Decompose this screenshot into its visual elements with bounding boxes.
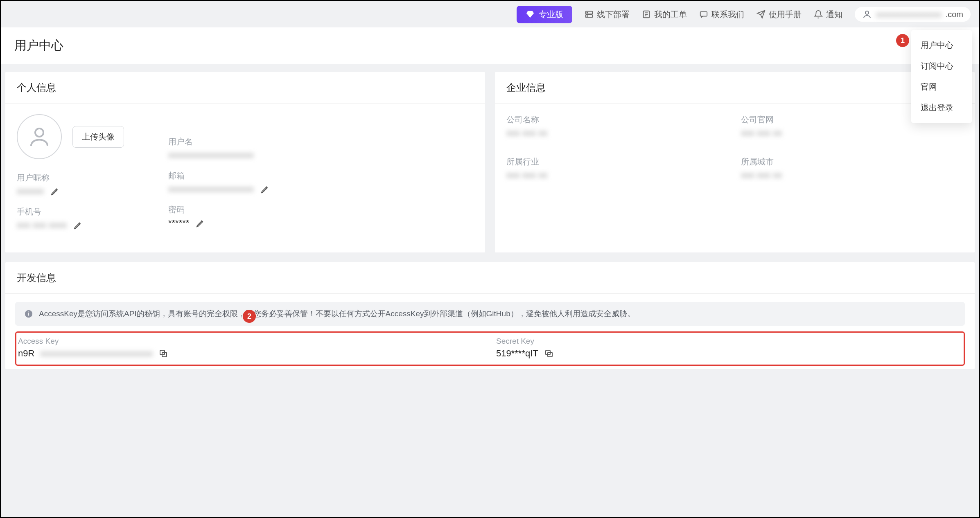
dropdown-subscription[interactable]: 订阅中心 bbox=[911, 56, 972, 77]
nav-manual-label: 使用手册 bbox=[769, 9, 802, 20]
city-value: xxx xxx xx bbox=[741, 170, 782, 180]
nav-contact[interactable]: 联系我们 bbox=[699, 9, 744, 20]
accesskey-warning: AccessKey是您访问系统API的秘钥，具有账号的完全权限，请您务必妥善保管… bbox=[15, 302, 965, 326]
nav-manual[interactable]: 使用手册 bbox=[756, 9, 802, 20]
industry-label: 所属行业 bbox=[506, 156, 729, 167]
personal-card-header: 个人信息 bbox=[5, 72, 485, 104]
nav-offline[interactable]: 线下部署 bbox=[585, 9, 630, 20]
annotation-badge-1: 1 bbox=[896, 34, 909, 47]
server-icon bbox=[585, 10, 594, 19]
page-title: 用户中心 bbox=[14, 38, 63, 52]
upload-avatar-button[interactable]: 上传头像 bbox=[72, 126, 124, 148]
svg-point-10 bbox=[35, 128, 43, 137]
industry-value: xxx xxx xx bbox=[506, 170, 547, 180]
email-value: xxxxxxxxxxxxxxxxxxx bbox=[168, 184, 254, 194]
accesskey-warning-text: AccessKey是您访问系统API的秘钥，具有账号的完全权限，请您务必妥善保管… bbox=[39, 309, 635, 319]
enterprise-header-label: 企业信息 bbox=[506, 81, 546, 94]
svg-rect-8 bbox=[700, 12, 707, 16]
ticket-icon bbox=[642, 10, 651, 19]
annotation-badge-2: 2 bbox=[243, 310, 256, 323]
username-label: 用户名 bbox=[168, 136, 474, 147]
access-key-prefix: n9R bbox=[18, 348, 34, 359]
pro-version-button[interactable]: 专业版 bbox=[517, 6, 572, 23]
edit-nickname-icon[interactable] bbox=[50, 186, 60, 196]
dropdown-user-center[interactable]: 用户中心 bbox=[911, 35, 972, 56]
email-label: 邮箱 bbox=[168, 170, 474, 181]
nav-tickets-label: 我的工单 bbox=[654, 9, 687, 20]
secret-key-block: Secret Key 519****qIT bbox=[496, 337, 962, 359]
phone-value: xxx xxx xxxx bbox=[17, 220, 67, 230]
secret-key-value: 519****qIT bbox=[496, 348, 538, 359]
copy-access-key-icon[interactable] bbox=[158, 349, 168, 358]
dev-info-card: 开发信息 AccessKey是您访问系统API的秘钥，具有账号的完全权限，请您务… bbox=[5, 262, 975, 369]
personal-info-card: 个人信息 上传头像 用户昵称 bbox=[5, 72, 485, 252]
content-area: 个人信息 上传头像 用户昵称 bbox=[1, 64, 979, 373]
username-value: xxxxxxxxxxxxxxxxxxx bbox=[168, 150, 254, 160]
user-icon bbox=[862, 9, 872, 19]
svg-point-2 bbox=[587, 12, 587, 13]
dev-header-label: 开发信息 bbox=[17, 272, 56, 283]
access-key-block: Access Key n9R xxxxxxxxxxxxxxxxxxxxxxxxx bbox=[18, 337, 484, 359]
nav-tickets[interactable]: 我的工单 bbox=[642, 9, 687, 20]
nickname-label: 用户昵称 bbox=[17, 172, 160, 183]
svg-rect-12 bbox=[28, 313, 29, 315]
password-value: ****** bbox=[168, 218, 189, 228]
chat-icon bbox=[699, 10, 708, 19]
svg-point-3 bbox=[587, 16, 587, 16]
page-title-bar: 用户中心 bbox=[1, 27, 979, 64]
paper-plane-icon bbox=[756, 10, 765, 19]
secret-key-label: Secret Key bbox=[496, 337, 962, 346]
info-icon bbox=[24, 309, 33, 318]
company-name-label: 公司名称 bbox=[506, 114, 729, 125]
personal-header-label: 个人信息 bbox=[17, 81, 56, 94]
company-name-value: xxx xxx xx bbox=[506, 128, 547, 138]
avatar-placeholder bbox=[17, 114, 62, 159]
pro-version-label: 专业版 bbox=[539, 9, 563, 20]
nickname-value: xxxxxx bbox=[17, 186, 44, 196]
city-label: 所属城市 bbox=[741, 156, 963, 167]
personal-card-body: 上传头像 用户昵称 xxxxxx bbox=[5, 104, 485, 252]
edit-email-icon[interactable] bbox=[260, 184, 270, 194]
nav-offline-label: 线下部署 bbox=[597, 9, 630, 20]
diamond-icon bbox=[526, 10, 535, 19]
user-email-blurred: xxxxxxxxxxxxxxxx bbox=[876, 10, 942, 19]
svg-rect-13 bbox=[28, 312, 29, 313]
dropdown-logout[interactable]: 退出登录 bbox=[911, 97, 972, 118]
user-menu-pill[interactable]: xxxxxxxxxxxxxxxx .com bbox=[855, 7, 971, 22]
edit-phone-icon[interactable] bbox=[73, 220, 83, 230]
company-site-value: xxx xxx xx bbox=[741, 128, 782, 138]
nav-notifications[interactable]: 通知 bbox=[814, 9, 842, 20]
bell-icon bbox=[814, 10, 823, 19]
nav-contact-label: 联系我们 bbox=[711, 9, 744, 20]
access-key-label: Access Key bbox=[18, 337, 484, 346]
password-label: 密码 bbox=[168, 204, 474, 215]
user-dropdown: 用户中心 订阅中心 官网 退出登录 bbox=[911, 30, 972, 123]
enterprise-card-header: 企业信息 编辑 bbox=[495, 72, 975, 104]
dropdown-official-site[interactable]: 官网 bbox=[911, 77, 972, 97]
enterprise-card-body: 公司名称 xxx xxx xx 公司官网 xxx xxx xx 所属行业 xxx… bbox=[495, 104, 975, 203]
copy-secret-key-icon[interactable] bbox=[544, 349, 554, 358]
dev-header: 开发信息 bbox=[5, 262, 975, 294]
accesskey-highlight-box: Access Key n9R xxxxxxxxxxxxxxxxxxxxxxxxx… bbox=[15, 331, 965, 366]
enterprise-info-card: 企业信息 编辑 公司名称 xxx xxx xx 公司官网 xxx xxx xx … bbox=[495, 72, 975, 252]
phone-label: 手机号 bbox=[17, 206, 160, 217]
nav-notifications-label: 通知 bbox=[826, 9, 842, 20]
top-navbar: 专业版 线下部署 我的工单 联系我们 使用手册 bbox=[1, 1, 979, 27]
svg-point-9 bbox=[865, 11, 869, 14]
user-email-suffix: .com bbox=[946, 10, 963, 19]
edit-password-icon[interactable] bbox=[196, 218, 205, 228]
access-key-rest: xxxxxxxxxxxxxxxxxxxxxxxxx bbox=[40, 348, 153, 359]
